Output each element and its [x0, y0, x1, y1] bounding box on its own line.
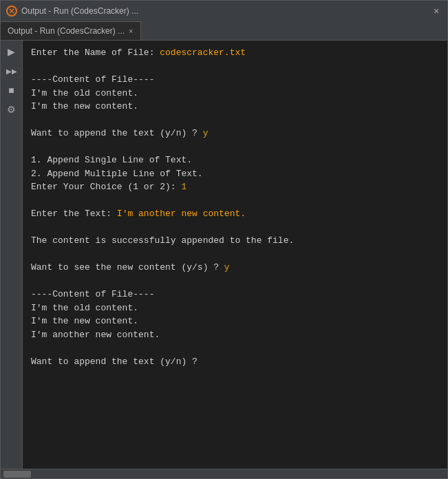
scrollbar-thumb[interactable]	[3, 471, 31, 478]
stop-button[interactable]: ■	[3, 82, 20, 98]
horizontal-scrollbar[interactable]	[1, 469, 447, 478]
tab-close-button[interactable]: ×	[129, 27, 133, 35]
settings-button[interactable]: ⚙	[3, 101, 20, 118]
tab-label: Output - Run (CodesCracker) ...	[8, 26, 125, 36]
active-tab[interactable]: Output - Run (CodesCracker) ... ×	[1, 21, 141, 40]
titlebar: Output - Run (CodesCracker) ... ×	[1, 1, 447, 21]
app-icon	[6, 6, 17, 17]
main-area: ▶ ▶▶ ■ ⚙ Enter the Name of File: codescr…	[1, 41, 447, 469]
tabbar: Output - Run (CodesCracker) ... ×	[1, 21, 447, 41]
play-button[interactable]: ▶	[3, 43, 20, 60]
skip-forward-button[interactable]: ▶▶	[3, 63, 20, 79]
terminal-content: Enter the Name of File: codescracker.txt…	[31, 46, 439, 368]
main-window: Output - Run (CodesCracker) ... × Output…	[0, 0, 448, 479]
terminal-output[interactable]: Enter the Name of File: codescracker.txt…	[23, 41, 447, 469]
titlebar-title: Output - Run (CodesCracker) ...	[21, 6, 138, 16]
left-toolbar: ▶ ▶▶ ■ ⚙	[1, 41, 23, 469]
close-button[interactable]: ×	[431, 6, 442, 17]
